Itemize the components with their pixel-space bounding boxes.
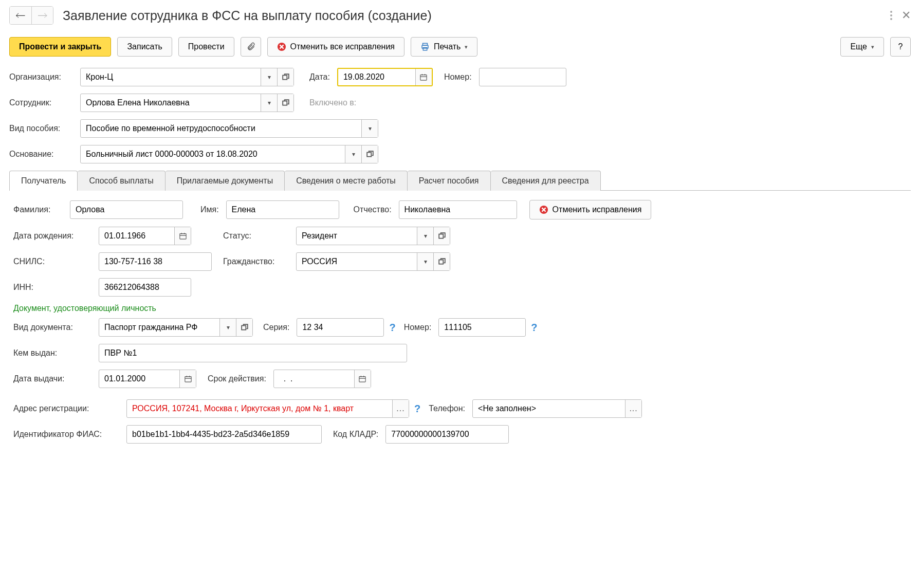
citizenship-field[interactable] — [296, 252, 450, 271]
kladr-field[interactable] — [385, 425, 509, 444]
date-field[interactable] — [337, 68, 433, 86]
inn-field[interactable] — [99, 278, 191, 297]
date-label: Дата: — [309, 72, 330, 82]
svg-rect-11 — [439, 260, 443, 264]
firstname-field[interactable] — [226, 200, 339, 219]
phone-field[interactable]: ... — [472, 399, 642, 418]
dropdown-icon[interactable] — [219, 319, 236, 336]
dropdown-icon[interactable] — [261, 68, 277, 86]
calendar-icon[interactable] — [415, 69, 432, 85]
lastname-label: Фамилия: — [13, 205, 65, 214]
tab-payment-method[interactable]: Способ выплаты — [78, 171, 165, 191]
series-field[interactable] — [297, 318, 384, 337]
issued-by-field[interactable] — [99, 344, 407, 362]
lastname-field[interactable] — [70, 200, 183, 219]
issue-date-label: Дата выдачи: — [13, 374, 94, 383]
fias-field[interactable] — [126, 425, 322, 444]
org-label: Организация: — [9, 72, 75, 82]
post-button[interactable]: Провести — [178, 37, 234, 57]
benefit-type-label: Вид пособия: — [9, 124, 75, 133]
svg-rect-6 — [283, 101, 287, 105]
expiry-field[interactable] — [273, 370, 371, 388]
calendar-icon[interactable] — [174, 227, 191, 245]
patronymic-field[interactable] — [399, 200, 517, 219]
tab-attachments[interactable]: Прилагаемые документы — [165, 171, 285, 191]
doc-number-label: Номер: — [404, 323, 432, 332]
snils-label: СНИЛС: — [13, 257, 94, 266]
printer-icon — [420, 42, 430, 51]
svg-rect-12 — [242, 326, 246, 330]
cancel-icon — [277, 42, 286, 51]
save-button[interactable]: Записать — [117, 37, 172, 57]
svg-rect-4 — [283, 76, 287, 80]
number-label: Номер: — [444, 72, 472, 82]
svg-rect-9 — [179, 234, 186, 240]
birthdate-label: Дата рождения: — [13, 231, 94, 241]
cancel-all-fixes-button[interactable]: Отменить все исправления — [267, 37, 404, 57]
print-button[interactable]: Печать ▾ — [411, 37, 477, 57]
close-icon[interactable]: ✕ — [901, 9, 911, 22]
open-icon[interactable] — [236, 319, 252, 336]
number-hint-icon[interactable]: ? — [531, 322, 537, 334]
included-label: Включено в: — [309, 98, 356, 107]
tab-benefit-calc[interactable]: Расчет пособия — [408, 171, 491, 191]
dropdown-icon[interactable] — [261, 94, 277, 112]
dropdown-icon[interactable] — [345, 145, 361, 163]
more-button[interactable]: Еще ▾ — [840, 37, 884, 57]
post-and-close-button[interactable]: Провести и закрыть — [9, 37, 111, 57]
forward-button[interactable]: 🡒 — [31, 7, 53, 24]
status-field[interactable] — [296, 227, 450, 245]
kebab-menu-icon[interactable] — [890, 11, 892, 20]
dropdown-icon[interactable] — [417, 253, 433, 270]
open-icon[interactable] — [361, 145, 378, 163]
dropdown-icon[interactable] — [361, 120, 378, 137]
benefit-type-field[interactable] — [80, 119, 378, 138]
calendar-icon[interactable] — [354, 370, 371, 388]
tab-workplace-info[interactable]: Сведения о месте работы — [285, 171, 408, 191]
status-label: Статус: — [223, 231, 289, 241]
nav-buttons: 🡐 🡒 — [9, 6, 53, 25]
doc-type-label: Вид документа: — [13, 323, 94, 332]
open-icon[interactable] — [277, 94, 293, 112]
birthdate-field[interactable] — [99, 227, 191, 245]
svg-rect-10 — [439, 234, 443, 238]
svg-rect-7 — [367, 153, 371, 157]
address-label: Адрес регистрации: — [13, 404, 121, 413]
basis-field[interactable] — [80, 145, 378, 163]
attachment-button[interactable] — [241, 37, 261, 57]
tab-registry-info[interactable]: Сведения для реестра — [491, 171, 601, 191]
expiry-label: Срок действия: — [208, 374, 266, 383]
issue-date-field[interactable] — [99, 370, 196, 388]
tab-recipient[interactable]: Получатель — [9, 171, 78, 191]
cancel-icon — [539, 205, 548, 214]
doc-number-field[interactable] — [438, 318, 526, 337]
help-button[interactable]: ? — [890, 37, 911, 57]
open-icon[interactable] — [433, 227, 450, 245]
paperclip-icon — [246, 42, 255, 51]
window-header: 🡐 🡒 Заявление сотрудника в ФСС на выплат… — [9, 6, 911, 25]
doc-type-field[interactable] — [99, 318, 253, 337]
svg-rect-5 — [420, 75, 427, 81]
back-button[interactable]: 🡐 — [10, 7, 31, 24]
page-title: Заявление сотрудника в ФСС на выплату по… — [63, 8, 890, 23]
dropdown-icon[interactable] — [417, 227, 433, 245]
recipient-panel: Фамилия: Имя: Отчество: Отменить исправл… — [9, 199, 911, 452]
cancel-fixes-button[interactable]: Отменить исправления — [529, 200, 652, 219]
address-field[interactable]: ... — [126, 399, 409, 418]
address-hint-icon[interactable]: ? — [414, 403, 420, 415]
open-icon[interactable] — [433, 253, 450, 270]
snils-field[interactable] — [99, 252, 212, 271]
calendar-icon[interactable] — [179, 370, 196, 388]
employee-label: Сотрудник: — [9, 98, 75, 107]
open-icon[interactable] — [277, 68, 293, 86]
employee-field[interactable] — [80, 94, 294, 112]
fias-label: Идентификатор ФИАС: — [13, 430, 121, 439]
number-field[interactable] — [479, 68, 566, 86]
series-label: Серия: — [263, 323, 289, 332]
svg-rect-14 — [359, 377, 365, 382]
tabs: Получатель Способ выплаты Прилагаемые до… — [9, 171, 911, 191]
series-hint-icon[interactable]: ? — [389, 322, 395, 334]
ellipsis-icon[interactable]: ... — [625, 400, 641, 417]
ellipsis-icon[interactable]: ... — [392, 400, 409, 417]
org-field[interactable] — [80, 68, 294, 86]
